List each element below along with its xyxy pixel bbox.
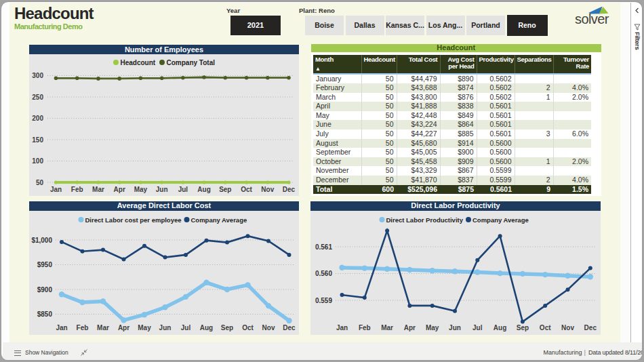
- svg-text:Nov: Nov: [261, 186, 274, 193]
- svg-text:Jun: Jun: [159, 324, 172, 331]
- svg-text:May: May: [426, 324, 439, 331]
- svg-text:May: May: [138, 324, 151, 331]
- svg-text:150: 150: [32, 136, 43, 143]
- svg-text:Company Average: Company Average: [191, 216, 247, 223]
- svg-text:Mar: Mar: [97, 324, 109, 331]
- svg-text:solver: solver: [575, 12, 609, 26]
- svg-text:Mar: Mar: [92, 186, 104, 193]
- svg-text:Oct: Oct: [540, 324, 551, 331]
- svg-text:Jul: Jul: [472, 324, 483, 331]
- svg-text:Feb: Feb: [77, 324, 89, 331]
- svg-text:Headcount: Headcount: [121, 58, 156, 66]
- svg-text:Company Average: Company Average: [472, 216, 529, 223]
- svg-text:Apr: Apr: [114, 186, 125, 193]
- svg-text:Jun: Jun: [156, 186, 168, 193]
- svg-text:300: 300: [32, 72, 43, 79]
- svg-text:200: 200: [32, 115, 43, 122]
- svg-text:Jan: Jan: [50, 186, 62, 193]
- svg-text:50: 50: [36, 178, 44, 186]
- svg-text:Company Total: Company Total: [167, 58, 216, 66]
- svg-text:Dec: Dec: [283, 186, 296, 193]
- svg-text:Dec: Dec: [283, 324, 296, 331]
- svg-text:Oct: Oct: [241, 186, 252, 193]
- svg-text:Feb: Feb: [71, 186, 83, 193]
- svg-text:Nov: Nov: [262, 324, 275, 331]
- svg-text:Aug: Aug: [494, 324, 506, 331]
- svg-text:Jul: Jul: [178, 186, 188, 193]
- svg-text:Aug: Aug: [200, 324, 213, 331]
- svg-text:0.560: 0.560: [315, 270, 332, 277]
- svg-text:$950: $950: [37, 261, 53, 268]
- svg-text:Sep: Sep: [221, 324, 233, 331]
- svg-text:Sep: Sep: [517, 324, 529, 331]
- svg-text:Feb: Feb: [359, 324, 371, 331]
- svg-text:Mar: Mar: [381, 324, 393, 331]
- svg-text:0.561: 0.561: [315, 243, 332, 250]
- svg-text:Jun: Jun: [449, 324, 461, 331]
- svg-text:Oct: Oct: [242, 324, 254, 331]
- svg-text:$900: $900: [37, 285, 53, 293]
- svg-text:Jul: Jul: [181, 324, 191, 331]
- svg-text:Jan: Jan: [336, 324, 348, 331]
- svg-text:Direct Labor Productivity: Direct Labor Productivity: [386, 216, 464, 223]
- svg-text:Apr: Apr: [118, 324, 129, 331]
- svg-text:0.559: 0.559: [315, 296, 332, 304]
- svg-text:Nov: Nov: [561, 324, 574, 331]
- svg-text:Dec: Dec: [584, 324, 597, 331]
- svg-text:100: 100: [32, 157, 43, 165]
- svg-text:Jan: Jan: [56, 324, 67, 331]
- svg-text:Apr: Apr: [404, 324, 416, 331]
- svg-text:May: May: [134, 186, 148, 193]
- svg-text:250: 250: [32, 93, 43, 100]
- svg-text:Sep: Sep: [219, 186, 231, 193]
- svg-text:Aug: Aug: [197, 186, 210, 193]
- svg-text:$1,000: $1,000: [31, 236, 52, 243]
- svg-text:$850: $850: [37, 310, 53, 318]
- svg-text:Direct Labor cost per employee: Direct Labor cost per employee: [85, 216, 182, 223]
